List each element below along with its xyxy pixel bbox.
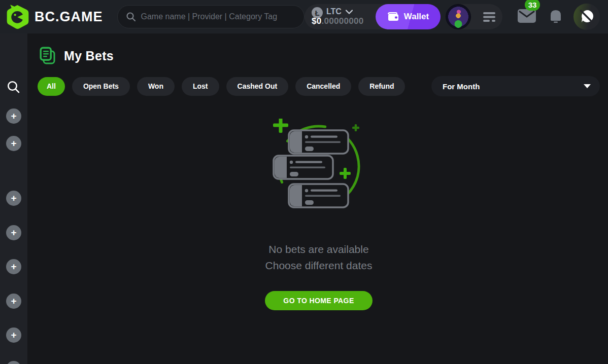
- tab-refund[interactable]: Refund: [358, 77, 405, 96]
- chevron-down-icon: [346, 10, 353, 14]
- brand-logo[interactable]: BC.GAME: [6, 4, 103, 30]
- sidebar-add-button-1[interactable]: +: [6, 108, 21, 124]
- tab-cancelled[interactable]: Cancelled: [295, 77, 351, 96]
- sidebar-add-button-3[interactable]: +: [6, 191, 21, 206]
- sidebar-add-button-5[interactable]: +: [6, 259, 21, 274]
- my-bets-icon: [40, 47, 57, 65]
- empty-state-line2: Choose different dates: [265, 258, 373, 274]
- mail-icon: [518, 9, 536, 23]
- wallet-balance: $0.00000000: [312, 17, 364, 26]
- chat-disabled-icon: [579, 9, 594, 24]
- wallet-button[interactable]: Wallet: [376, 4, 441, 29]
- profile-menu[interactable]: [446, 4, 502, 29]
- no-bets-illustration: [271, 119, 367, 213]
- currency-code: LTC: [326, 8, 342, 16]
- left-sidebar: + + + + + + + + +: [0, 33, 27, 364]
- avatar[interactable]: [446, 4, 471, 29]
- brand-name: BC.GAME: [35, 9, 103, 25]
- period-selected-value: For Month: [443, 82, 480, 91]
- sidebar-add-button-4[interactable]: +: [6, 225, 21, 240]
- messages-count-badge: 33: [525, 0, 540, 11]
- sidebar-add-button-7[interactable]: +: [6, 327, 21, 343]
- tab-won[interactable]: Won: [137, 77, 175, 96]
- notifications-button[interactable]: [549, 9, 562, 25]
- messages-button[interactable]: 33: [518, 9, 536, 25]
- bet-list-icon[interactable]: [483, 12, 495, 22]
- currency-selector[interactable]: Ł LTC $0.00000000 Wallet: [305, 4, 441, 29]
- wallet-icon: [387, 12, 399, 22]
- tab-lost[interactable]: Lost: [182, 77, 219, 96]
- page-title: My Bets: [64, 49, 114, 63]
- bell-icon: [549, 9, 562, 23]
- bet-filter-tabs: All Open Bets Won Lost Cashed Out Cancel…: [38, 76, 600, 96]
- global-search[interactable]: [117, 5, 305, 28]
- period-dropdown[interactable]: For Month: [431, 76, 600, 96]
- sidebar-add-button-9[interactable]: +: [6, 361, 21, 364]
- my-bets-page: My Bets All Open Bets Won Lost Cashed Ou…: [27, 33, 608, 364]
- sidebar-add-button-2[interactable]: +: [6, 136, 21, 151]
- tab-all[interactable]: All: [38, 77, 65, 96]
- search-input[interactable]: [141, 12, 296, 21]
- search-icon: [126, 12, 136, 22]
- tab-open-bets[interactable]: Open Bets: [72, 77, 130, 96]
- sidebar-add-button-6[interactable]: +: [6, 294, 21, 309]
- sidebar-search-icon[interactable]: [7, 80, 20, 94]
- empty-state: No bets are available Choose different d…: [38, 119, 600, 310]
- bcgame-logo-icon: [6, 4, 29, 30]
- wallet-label: Wallet: [404, 12, 429, 22]
- go-home-button[interactable]: GO TO HOME PAGE: [265, 291, 372, 310]
- tab-cashed-out[interactable]: Cashed Out: [226, 77, 289, 96]
- dropdown-caret-icon: [584, 84, 591, 88]
- empty-state-line1: No bets are available: [265, 241, 373, 258]
- top-header: BC.GAME Ł LTC $0.00000000: [0, 0, 608, 33]
- chat-toggle-button[interactable]: [573, 4, 600, 30]
